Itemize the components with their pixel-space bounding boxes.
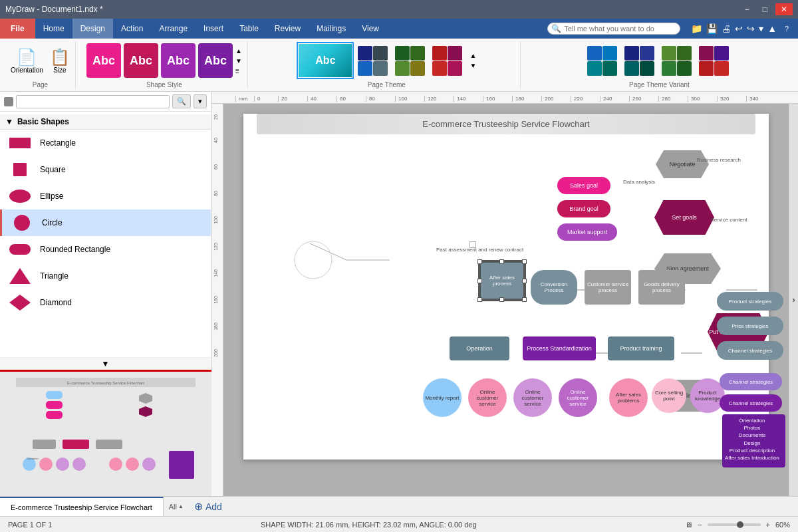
shape-negotiate[interactable]: Negotiate: [656, 150, 709, 178]
shape-style-btns: Abc Abc Abc Abc ▲ ▼ ≡: [86, 41, 242, 80]
menu-home[interactable]: Home: [35, 19, 72, 39]
menu-mailings[interactable]: Mailings: [309, 19, 354, 39]
theme-1[interactable]: [356, 45, 391, 76]
menu-design[interactable]: Design: [72, 19, 113, 39]
svg-rect-15: [63, 440, 89, 449]
file-menu[interactable]: File: [0, 19, 35, 39]
undo-icon[interactable]: ↩: [735, 23, 743, 34]
print-icon[interactable]: 🖨: [722, 23, 731, 34]
shape-online-cs-3[interactable]: Online customer service: [559, 378, 597, 417]
style-btn-4[interactable]: Abc: [198, 43, 233, 78]
menu-search-area: 🔍: [542, 19, 686, 39]
shape-item-ellipse[interactable]: Ellipse: [0, 183, 211, 209]
shape-process-std[interactable]: Process Standardization: [523, 336, 596, 360]
maximize-btn[interactable]: □: [757, 3, 773, 15]
menu-review[interactable]: Review: [267, 19, 309, 39]
theme-2[interactable]: [394, 45, 428, 76]
handle-bm[interactable]: [499, 297, 504, 302]
window-controls[interactable]: − □ ✕: [739, 3, 793, 15]
shape-online-cs-1[interactable]: Online customer service: [468, 378, 507, 417]
shape-price-strategies[interactable]: Price strategies: [717, 317, 783, 335]
theme-scroll-up[interactable]: ▲: [469, 52, 476, 59]
shape-item-square[interactable]: Square: [0, 156, 211, 183]
canvas-inner[interactable]: E-commerce Trusteeship Service Flowchart: [223, 104, 789, 496]
menu-action[interactable]: Action: [113, 19, 151, 39]
style-more[interactable]: ≡: [235, 67, 242, 74]
minimize-btn[interactable]: −: [739, 3, 755, 15]
theme-scroll-down[interactable]: ▼: [469, 62, 476, 69]
theme-3[interactable]: [431, 45, 466, 76]
shape-item-rounded-rect[interactable]: Rounded Rectangle: [0, 236, 211, 263]
collapse-ribbon-icon[interactable]: ▲: [767, 23, 777, 34]
menu-view[interactable]: View: [354, 19, 387, 39]
handle-ml[interactable]: [477, 279, 482, 283]
handle-bl[interactable]: [477, 297, 482, 302]
zoom-in-btn[interactable]: +: [766, 521, 770, 529]
more-icon[interactable]: ▾: [759, 23, 763, 34]
shape-sales-goal[interactable]: Sales goal: [557, 177, 610, 194]
handle-tr[interactable]: [522, 259, 527, 264]
menu-arrange[interactable]: Arrange: [151, 19, 196, 39]
variant-3[interactable]: [660, 45, 695, 76]
shape-set-goals[interactable]: Set goals: [654, 200, 714, 235]
shape-item-diamond[interactable]: Diamond: [0, 289, 211, 316]
style-btn-2[interactable]: Abc: [124, 43, 158, 78]
shape-item-rectangle[interactable]: Rectangle: [0, 130, 211, 156]
folder-icon[interactable]: 📁: [691, 23, 702, 34]
shape-channel-strategies-1[interactable]: Channel strategies: [717, 341, 783, 360]
variant-1[interactable]: [586, 45, 620, 76]
shape-product-strategies[interactable]: Product strategies: [717, 292, 783, 311]
shape-customer-service-process[interactable]: Customer service process: [585, 270, 631, 305]
shape-brand-goal[interactable]: Brand goal: [557, 200, 610, 217]
shape-market-support[interactable]: Market support: [557, 223, 617, 241]
save-icon[interactable]: 💾: [706, 23, 718, 34]
shape-monthly-report[interactable]: Monthly report: [423, 378, 462, 417]
theme-active[interactable]: Abc: [297, 42, 354, 79]
active-tab[interactable]: E-commerce Trusteeship Service Flowchart: [0, 497, 164, 516]
shape-search-button[interactable]: 🔍: [172, 94, 191, 108]
menu-insert[interactable]: Insert: [196, 19, 231, 39]
handle-tm[interactable]: [499, 259, 504, 264]
handle-mr[interactable]: [522, 279, 527, 283]
shape-item-triangle[interactable]: Triangle: [0, 263, 211, 289]
variant-4[interactable]: [698, 45, 732, 76]
shape-item-circle[interactable]: Circle: [0, 209, 211, 236]
help-icon[interactable]: ?: [781, 23, 793, 35]
menu-table[interactable]: Table: [231, 19, 267, 39]
shape-product-training[interactable]: Product training: [608, 336, 674, 360]
svg-rect-10: [46, 401, 63, 409]
shape-core-selling[interactable]: Core selling point: [652, 378, 686, 413]
handle-br[interactable]: [522, 297, 527, 302]
zoom-thumb[interactable]: [737, 521, 743, 528]
shape-channel-strategies-3[interactable]: Channel strategies: [720, 394, 782, 412]
shape-search-input[interactable]: [16, 95, 170, 108]
collapse-panel-btn[interactable]: ›: [789, 104, 798, 496]
basic-shapes-header[interactable]: ▼ Basic Shapes: [0, 114, 211, 130]
variant-2[interactable]: [623, 45, 658, 76]
redo-icon[interactable]: ↪: [747, 23, 755, 34]
zoom-slider[interactable]: [708, 523, 761, 526]
shape-goods-delivery[interactable]: Goods delivery process: [638, 270, 685, 305]
search-input[interactable]: [547, 23, 680, 35]
zoom-out-btn[interactable]: −: [698, 521, 702, 529]
size-btn[interactable]: 📋 Size: [50, 48, 70, 74]
tab-all-btn[interactable]: All ▲: [164, 497, 189, 516]
shape-conversion[interactable]: Conversion Process: [531, 270, 577, 305]
shape-after-sales[interactable]: After sales process: [479, 261, 525, 300]
close-btn[interactable]: ✕: [775, 3, 793, 15]
shape-channel-strategies-2[interactable]: Channel strategies: [720, 373, 782, 390]
shapes-scroll-btn[interactable]: ▼: [0, 357, 211, 370]
handle-tl[interactable]: [477, 259, 482, 264]
shape-info-box[interactable]: Orientation Photos Documents Design Prod…: [722, 414, 785, 467]
style-scroll-up[interactable]: ▲: [235, 47, 242, 55]
shape-operation[interactable]: Operation: [450, 336, 509, 360]
style-scroll-down[interactable]: ▼: [235, 57, 242, 65]
shape-search-extra[interactable]: ▾: [194, 94, 207, 108]
style-btn-1[interactable]: Abc: [86, 43, 121, 78]
tab-add-btn[interactable]: ⊕ Add: [189, 497, 227, 516]
style-btn-3[interactable]: Abc: [161, 43, 196, 78]
orientation-btn[interactable]: 📄 Orientation: [11, 48, 43, 74]
shape-after-sales-problems[interactable]: After sales problems: [609, 378, 648, 417]
shape-online-cs-2[interactable]: Online customer service: [513, 378, 552, 417]
shape-style-label: Shape Style: [146, 80, 182, 88]
